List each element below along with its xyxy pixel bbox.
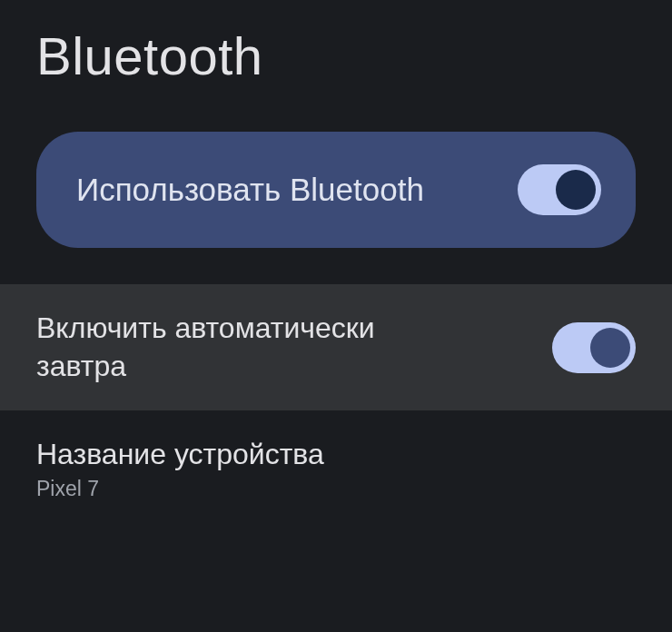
auto-enable-label: Включить автоматически завтра [36, 310, 472, 385]
auto-enable-row[interactable]: Включить автоматически завтра [0, 284, 672, 410]
use-bluetooth-card[interactable]: Использовать Bluetooth [36, 132, 636, 248]
use-bluetooth-toggle[interactable] [518, 164, 601, 215]
toggle-knob [556, 170, 596, 210]
page-title: Bluetooth [0, 0, 672, 132]
device-name-value: Pixel 7 [36, 477, 636, 501]
device-name-row[interactable]: Название устройства Pixel 7 [0, 410, 672, 528]
auto-enable-toggle[interactable] [552, 322, 636, 373]
toggle-knob [590, 328, 630, 368]
use-bluetooth-label: Использовать Bluetooth [76, 172, 424, 208]
device-name-label: Название устройства [36, 438, 636, 471]
